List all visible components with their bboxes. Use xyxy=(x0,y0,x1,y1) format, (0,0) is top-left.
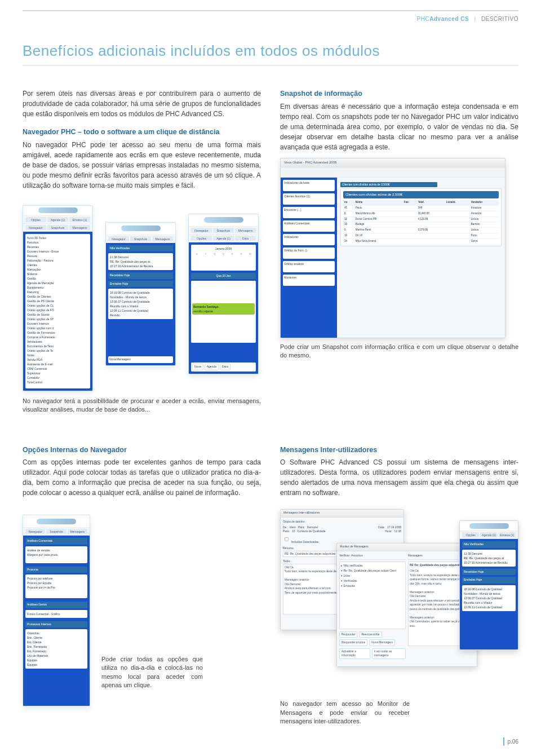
tab-item[interactable]: Mensagens xyxy=(69,225,90,230)
list-item[interactable]: RE: Re: Qualidade das peças at. xyxy=(110,259,171,264)
list-item[interactable]: Marcações xyxy=(27,267,88,272)
sidebar-snapshot-box[interactable]: Monitores xyxy=(283,275,335,286)
list-item[interactable]: Procura por Equipa xyxy=(27,581,86,585)
calendar-widget[interactable]: Janeiro 2008 STQQSSD xyxy=(191,245,256,271)
tab-item[interactable]: Snapshots xyxy=(130,236,151,241)
list-item[interactable]: Uso de Materiais xyxy=(27,653,86,658)
list-item[interactable]: Pessoal xyxy=(27,254,88,258)
tab-item[interactable]: Mensagens xyxy=(152,236,173,241)
list-item[interactable]: Sistema xyxy=(27,272,88,276)
include-deactivated-checkbox[interactable] xyxy=(285,537,289,541)
list-item[interactable]: Novo 3D Todos xyxy=(27,236,88,240)
checkbox-label[interactable]: Incluídas Deactivadas xyxy=(283,540,318,543)
list-item[interactable]: Dossiers Internos - Encar xyxy=(27,249,88,254)
tab-item[interactable]: Ensaios (1) xyxy=(499,532,516,537)
list-item[interactable]: Outras opções de FO xyxy=(27,308,88,312)
table-row[interactable]: 45Paulo349Amadora xyxy=(343,206,499,211)
tab-item[interactable]: Opções xyxy=(191,236,212,241)
list-item[interactable]: Compras a Fornecedo xyxy=(27,335,88,339)
list-item[interactable]: RE: Re: Qualidade das peças at xyxy=(464,556,514,560)
tab-item[interactable]: Agenda (1) xyxy=(213,236,234,241)
list-item[interactable]: Equipas xyxy=(27,662,86,667)
tree-item[interactable]: ▾ Enviadas xyxy=(341,583,404,589)
tree-item[interactable]: ▸ Não verificadas xyxy=(341,563,404,568)
tree-item[interactable]: ▾ Verificadas xyxy=(341,578,404,583)
tab-item[interactable]: Opções xyxy=(462,532,479,537)
list-item[interactable]: Agenda de Marcação xyxy=(27,281,88,285)
list-item[interactable]: 18:16:08 Controlo de Qualidad xyxy=(464,587,514,591)
reply-all-button[interactable]: Responder a todos xyxy=(339,639,367,646)
table-row[interactable]: 19DIr 18Porto xyxy=(343,233,499,238)
goto-all-button[interactable]: Ir em todas as mensagens xyxy=(372,648,406,659)
list-item[interactable]: Novidades - Mundo de textos xyxy=(110,295,171,299)
sidebar-snapshot-box[interactable]: Clientes favoritos (1) xyxy=(283,193,335,205)
list-item[interactable]: 10:27:16 Administrador de Revista xyxy=(110,264,171,268)
list-item[interactable]: Outras opções de ST xyxy=(27,317,88,321)
list-item[interactable]: Facturação - Factura xyxy=(27,258,88,263)
list-item[interactable]: 18:16:08 Controlo de Qualidade xyxy=(110,290,171,295)
sidebar-snapshot-box[interactable]: Indicadores xyxy=(283,234,335,245)
list-item[interactable]: Análise de vendas xyxy=(27,548,86,552)
list-item[interactable]: Reunião com o Vitador xyxy=(110,304,171,308)
table-row[interactable]: 8Maria Martins Alb36,440.08Amadora xyxy=(343,211,499,216)
list-item[interactable]: Gestão de Formandos xyxy=(27,330,88,335)
table-row[interactable]: 32Dulce Coimbra PR4,126.89Lisboa xyxy=(343,216,499,222)
list-item[interactable]: Novidades - Mundo de textos xyxy=(464,591,514,596)
footer-button[interactable]: Nova xyxy=(192,364,203,370)
list-item[interactable]: Enc. Fornecedo xyxy=(27,644,86,649)
list-item[interactable]: Gestão de Stocks xyxy=(27,312,88,317)
tab-item[interactable]: Snapshots xyxy=(47,225,68,230)
list-item[interactable]: Enc. Cliente xyxy=(27,635,86,640)
list-item[interactable]: Notas xyxy=(27,353,88,357)
table-row[interactable]: 34Miko Nova AmendSintra xyxy=(343,238,499,244)
tab-item[interactable]: Navegador xyxy=(108,236,129,241)
tab-item[interactable]: Agenda (1) xyxy=(47,217,68,222)
list-item[interactable]: Margens por cada produ xyxy=(27,552,86,557)
refresh-button[interactable]: Actualizar a informação xyxy=(339,648,370,659)
reply-button[interactable]: Responder xyxy=(339,631,357,638)
list-item[interactable]: Clientes xyxy=(27,263,88,267)
tab-item[interactable]: Navegador xyxy=(191,228,212,233)
list-item[interactable]: 13:06:37 Controlo de Qualidad xyxy=(464,596,514,600)
list-item[interactable]: Est. Fornecedo xyxy=(27,649,86,653)
new-message-button[interactable]: Nova Mensagem xyxy=(109,357,172,362)
list-item[interactable]: Versão PDA xyxy=(27,357,88,362)
tab-item[interactable]: Dára xyxy=(235,236,256,241)
agenda-event[interactable]: Bernardo Santiago reunião urgente xyxy=(192,303,255,315)
table-row[interactable]: 33BodegaBarreiro xyxy=(343,222,499,228)
list-item[interactable]: Gestão de Clientes xyxy=(27,294,88,299)
tab-item[interactable]: Snapshots xyxy=(46,529,66,534)
list-item[interactable]: Outras opções com d xyxy=(27,326,88,330)
list-item[interactable]: Equipamento xyxy=(27,285,88,290)
sidebar-snapshot-box[interactable]: Gráfico estática xyxy=(283,261,335,272)
tab-item[interactable]: Verificar xyxy=(339,554,349,558)
table-row[interactable]: 6Marilina Renti5,379.86Lisboa xyxy=(343,228,499,233)
list-item[interactable]: Favoritos xyxy=(27,240,88,245)
list-item[interactable]: Procura por telefone xyxy=(27,576,86,581)
sidebar-snapshot-box[interactable]: Indicadores de base xyxy=(283,180,335,191)
list-item[interactable]: 12:09:11 Controlo de Qualidad xyxy=(110,308,171,313)
list-item[interactable]: Dossiers Internos xyxy=(27,321,88,326)
list-item[interactable]: 13:06:37 Controlo de Qualidade xyxy=(110,299,171,304)
tab-item[interactable]: Opções xyxy=(25,217,46,222)
sidebar-snapshot-box[interactable]: Encontrar (...) xyxy=(283,207,335,218)
list-item[interactable]: CRM Comercial xyxy=(27,366,88,371)
sidebar-snapshot-box[interactable]: Análises Comerciais xyxy=(283,220,335,232)
tab-item[interactable]: Mensagens xyxy=(68,529,87,534)
tab-item[interactable]: Ensaios (1) xyxy=(69,217,90,222)
forward-button[interactable]: Reencaminhar xyxy=(359,631,382,638)
tab-item[interactable]: Mensagens xyxy=(235,228,256,233)
tree-item[interactable]: ▾ Lidas xyxy=(341,573,404,578)
tab-item[interactable]: Agenda (1) xyxy=(480,532,497,537)
list-item[interactable]: ToneControl xyxy=(27,380,88,384)
list-item[interactable]: Gestão de PS Cliente xyxy=(27,299,88,303)
tab-item[interactable]: Snapshots xyxy=(213,228,234,233)
footer-button[interactable]: Dára xyxy=(220,364,230,370)
list-item[interactable]: Reunião com o Vitador xyxy=(464,600,514,605)
footer-button[interactable]: Agenda xyxy=(205,364,219,370)
list-item[interactable]: Recentes xyxy=(27,245,88,249)
list-item[interactable]: 11:38 Demorei xyxy=(110,255,171,259)
list-item[interactable]: Supervisor xyxy=(27,371,88,375)
list-item[interactable]: Documentos de Teso xyxy=(27,344,88,348)
tab-item[interactable]: Assuntos xyxy=(351,554,363,558)
